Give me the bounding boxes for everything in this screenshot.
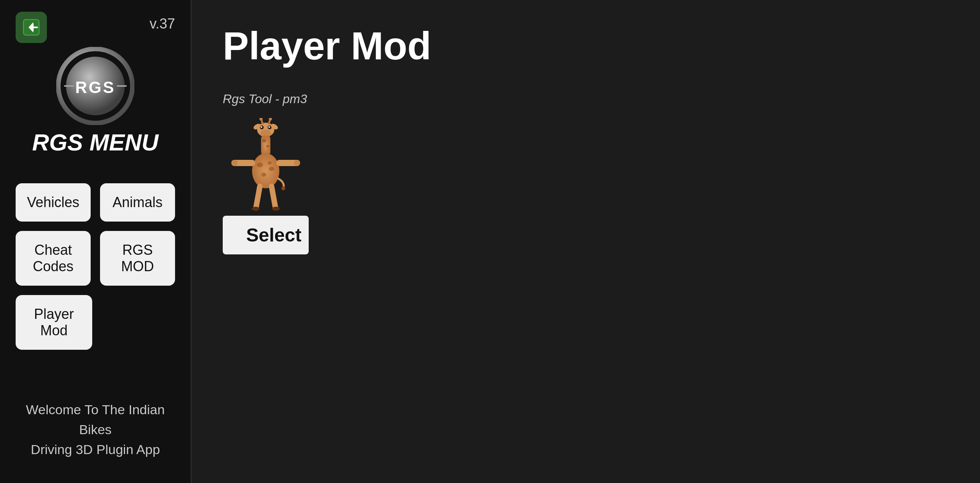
select-button[interactable]: Select — [223, 216, 309, 254]
svg-point-27 — [261, 173, 266, 177]
sidebar: v.37 RGS — [0, 0, 191, 483]
player-mod-button[interactable]: Player Mod — [16, 295, 92, 350]
app-icon — [16, 12, 47, 43]
rgs-logo: RGS — [56, 47, 134, 125]
svg-point-31 — [231, 160, 238, 166]
svg-point-13 — [261, 126, 262, 128]
tool-label: Rgs Tool - pm3 — [223, 92, 307, 106]
svg-point-37 — [281, 186, 285, 190]
menu-title: RGS MENU — [32, 129, 158, 156]
svg-point-22 — [262, 139, 266, 142]
svg-point-26 — [269, 167, 274, 171]
svg-point-36 — [272, 207, 280, 211]
exit-icon — [21, 18, 41, 37]
vehicles-button[interactable]: Vehicles — [16, 183, 91, 222]
svg-rect-3 — [32, 23, 34, 31]
welcome-text: Welcome To The Indian BikesDriving 3D Pl… — [16, 400, 175, 460]
svg-point-28 — [268, 161, 272, 165]
sidebar-top: v.37 — [16, 12, 175, 43]
svg-point-14 — [268, 126, 270, 128]
svg-point-25 — [257, 163, 263, 167]
cheat-codes-button[interactable]: Cheat Codes — [16, 231, 91, 286]
svg-line-34 — [272, 186, 275, 208]
version-label: v.37 — [150, 16, 175, 32]
svg-point-23 — [266, 145, 269, 147]
page-title: Player Mod — [223, 23, 949, 68]
svg-point-32 — [294, 160, 300, 166]
logo-area: RGS RGS MENU — [16, 47, 175, 172]
bottom-row: Player Mod — [16, 295, 175, 350]
svg-point-24 — [252, 153, 279, 188]
menu-buttons: Vehicles Animals Cheat Codes RGS MOD — [16, 183, 175, 286]
svg-text:RGS: RGS — [75, 78, 115, 97]
giraffe-svg — [231, 118, 301, 212]
character-card: Select — [223, 114, 309, 254]
svg-point-35 — [252, 207, 259, 211]
svg-rect-21 — [261, 136, 270, 155]
rgs-mod-button[interactable]: RGS MOD — [100, 231, 175, 286]
character-image — [227, 114, 305, 216]
main-area: Player Mod Rgs Tool - pm3 — [191, 0, 980, 483]
animals-button[interactable]: Animals — [100, 183, 175, 222]
svg-line-33 — [256, 186, 260, 208]
content-area: Rgs Tool - pm3 — [223, 92, 949, 254]
